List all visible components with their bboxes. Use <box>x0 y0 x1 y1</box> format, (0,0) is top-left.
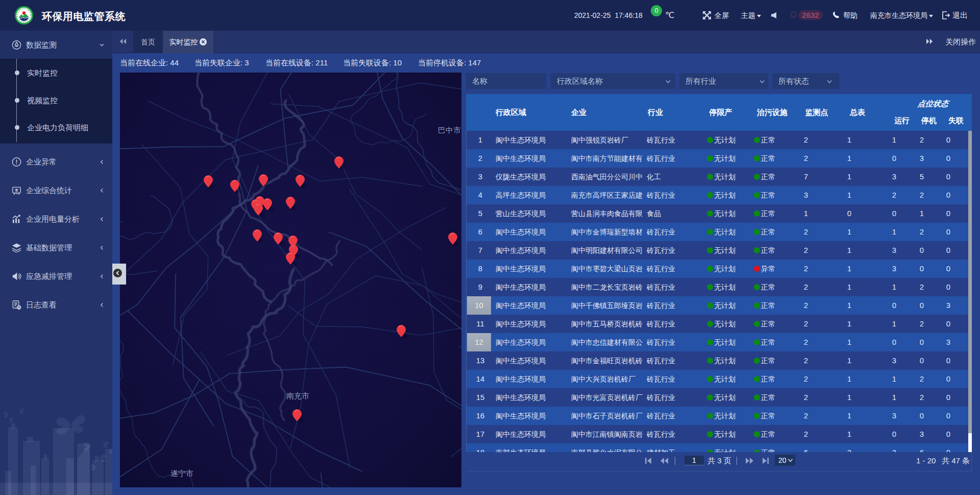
svg-text:遂宁市: 遂宁市 <box>170 469 193 478</box>
svg-text:巴中市: 巴中市 <box>438 126 461 134</box>
svg-text:南充市: 南充市 <box>286 391 309 400</box>
